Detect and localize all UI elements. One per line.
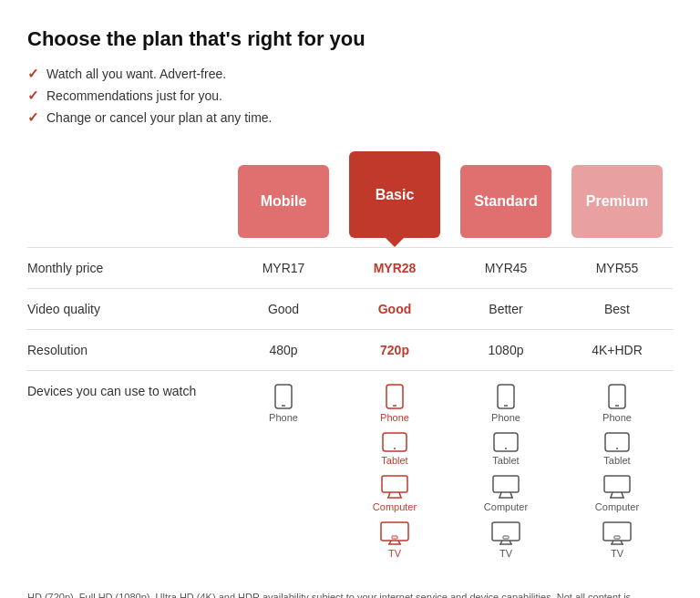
row-label-devices: Devices you can use to watch [27,384,228,398]
plan-header-row: Mobile Basic Standard Premium [27,151,673,247]
device-tablet-premium: Tablet [603,432,630,466]
svg-rect-19 [493,476,519,492]
device-label-computer-standard: Computer [484,501,528,512]
svg-line-20 [499,492,501,498]
device-label-computer-basic: Computer [373,501,417,512]
price-standard: MYR45 [450,261,561,275]
device-tv-premium: TV [602,521,632,559]
quality-premium: Best [561,302,673,316]
price-mobile: MYR17 [228,261,339,275]
svg-line-7 [388,492,390,498]
resolution-mobile: 480p [228,343,339,357]
device-label-tablet-basic: Tablet [381,455,407,466]
device-label-tv-standard: TV [499,548,512,559]
device-phone-premium: Phone [602,384,632,423]
phone-icon-standard [496,384,516,409]
tv-icon-standard [491,521,520,545]
devices-col-standard: Phone Tablet Computer [450,384,561,559]
row-devices: Devices you can use to watch Phone Phone… [27,370,673,572]
device-label-computer-premium: Computer [595,501,639,512]
svg-rect-23 [492,522,520,541]
svg-rect-36 [603,522,631,541]
svg-line-34 [622,492,623,498]
feature-item-1: ✓ Watch all you want. Advert-free. [27,66,673,82]
svg-line-33 [611,492,612,498]
device-label-tv-premium: TV [611,548,623,559]
svg-rect-15 [498,385,514,408]
plan-cell-standard[interactable]: Standard [450,151,561,247]
device-computer-standard: Computer [484,475,528,512]
plan-card-basic[interactable]: Basic [349,151,440,238]
phone-icon-mobile [273,384,293,409]
resolution-premium: 4K+HDR [561,343,673,357]
devices-col-premium: Phone Tablet Computer [561,384,673,559]
device-phone-basic: Phone [380,384,409,423]
feature-text-1: Watch all you want. Advert-free. [46,67,226,81]
phone-icon-premium [607,384,627,409]
device-computer-basic: Computer [373,475,417,512]
computer-icon-basic [381,475,408,499]
svg-rect-6 [382,476,407,492]
device-computer-premium: Computer [595,475,639,512]
footer-text-1: HD (720p), Full HD (1080p), Ultra HD (4K… [27,590,673,598]
row-monthly-price: Monthly price MYR17 MYR28 MYR45 MYR55 [27,247,673,288]
price-premium: MYR55 [561,261,673,275]
device-label-phone-basic: Phone [380,412,409,423]
feature-text-3: Change or cancel your plan at any time. [46,110,272,125]
tv-icon-basic [380,521,409,545]
devices-col-basic: Phone Tablet Computer [339,384,450,559]
computer-icon-premium [603,475,631,499]
check-icon-2: ✓ [27,88,39,104]
feature-text-2: Recommendations just for you. [46,88,222,103]
price-basic: MYR28 [339,261,450,275]
svg-rect-40 [614,536,620,539]
svg-rect-10 [381,522,408,541]
svg-rect-14 [392,536,397,539]
page-title: Choose the plan that's right for you [27,27,673,51]
row-resolution: Resolution 480p 720p 1080p 4K+HDR [27,329,673,370]
svg-rect-0 [275,385,292,408]
tablet-icon-standard [493,432,519,452]
quality-basic: Good [339,302,450,316]
device-label-tablet-standard: Tablet [492,455,519,466]
row-label-price: Monthly price [27,261,228,275]
features-list: ✓ Watch all you want. Advert-free. ✓ Rec… [27,66,673,126]
device-label-phone-standard: Phone [491,412,520,423]
svg-line-8 [399,492,401,498]
device-label-phone-mobile: Phone [269,412,298,423]
plan-cell-premium[interactable]: Premium [561,151,673,247]
device-tv-standard: TV [491,521,520,559]
devices-col-mobile: Phone [228,384,339,423]
row-label-resolution: Resolution [27,343,228,357]
quality-standard: Better [450,302,561,316]
device-tv-basic: TV [380,521,409,559]
tablet-icon-premium [604,432,630,452]
check-icon-1: ✓ [27,66,39,82]
tablet-icon-basic [382,432,407,452]
computer-icon-standard [492,475,520,499]
plan-card-mobile[interactable]: Mobile [238,165,329,238]
svg-line-21 [510,492,512,498]
svg-rect-2 [386,385,403,408]
device-label-tablet-premium: Tablet [603,455,630,466]
resolution-basic: 720p [339,343,450,357]
plan-cell-mobile[interactable]: Mobile [228,151,339,247]
plan-card-standard[interactable]: Standard [460,165,551,238]
plan-cell-basic[interactable]: Basic [339,151,450,247]
resolution-standard: 1080p [450,343,561,357]
header-empty-cell [27,151,228,247]
footer: HD (720p), Full HD (1080p), Ultra HD (4K… [27,590,673,598]
plan-card-premium[interactable]: Premium [571,165,663,238]
feature-item-3: ✓ Change or cancel your plan at any time… [27,109,673,126]
device-tablet-standard: Tablet [492,432,519,466]
row-label-quality: Video quality [27,302,228,316]
device-label-tv-basic: TV [388,548,401,559]
svg-rect-27 [503,536,509,539]
tv-icon-premium [602,521,632,545]
row-video-quality: Video quality Good Good Better Best [27,288,673,329]
svg-rect-32 [604,476,630,492]
svg-rect-28 [609,385,625,408]
quality-mobile: Good [228,302,339,316]
phone-icon-basic [385,384,405,409]
device-phone-standard: Phone [491,384,520,423]
